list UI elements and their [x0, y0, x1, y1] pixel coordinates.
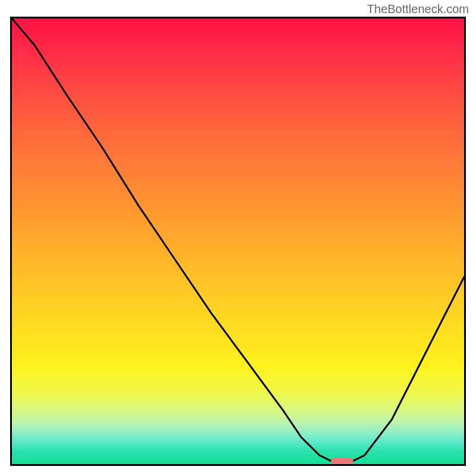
- watermark-label: TheBottleneck.com: [367, 2, 469, 16]
- curve-svg: [12, 18, 464, 464]
- chart-container: TheBottleneck.com: [0, 0, 476, 476]
- optimal-marker: [331, 458, 353, 466]
- bottleneck-curve: [12, 18, 464, 464]
- plot-frame: [10, 17, 466, 466]
